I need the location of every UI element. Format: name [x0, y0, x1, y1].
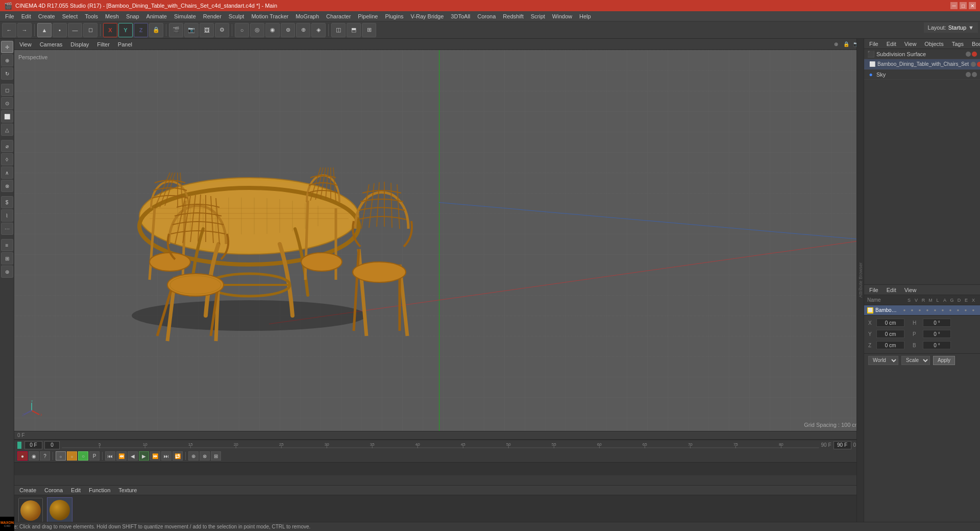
live-select-button[interactable]: ⊙	[1, 97, 13, 109]
spline-button[interactable]: ◉	[265, 23, 280, 37]
viewport-tab-filter[interactable]: Filter	[95, 40, 111, 49]
viewport-tab-cameras[interactable]: Cameras	[38, 40, 65, 49]
menu-file[interactable]: File	[2, 12, 17, 20]
obj-tab-file[interactable]: File	[867, 40, 880, 48]
menu-sculpt[interactable]: Sculpt	[226, 12, 248, 20]
attr-tab-view[interactable]: View	[902, 286, 919, 294]
viewport-expand-icon[interactable]: ⊕	[832, 40, 840, 49]
texture-tool-button[interactable]: ⊞	[1, 252, 13, 264]
attr-object-row[interactable]: ⬜ Bamboo_Dining_Table_with_Chairs_Set ● …	[864, 305, 980, 316]
render-region-button[interactable]: 🎬	[169, 23, 183, 37]
coord-p-input[interactable]	[923, 330, 951, 338]
attr-x-icon[interactable]: ●	[970, 308, 977, 312]
lock-button[interactable]: 🔒	[149, 23, 163, 37]
step-forward-button[interactable]: ⏩	[150, 451, 160, 461]
loop-button[interactable]: 🔁	[173, 451, 183, 461]
attr-r-icon[interactable]: ●	[916, 308, 923, 312]
attr-l-icon[interactable]: ●	[932, 308, 939, 312]
mat-tab-edit[interactable]: Edit	[69, 486, 83, 494]
coord-b-input[interactable]	[923, 341, 951, 349]
attr-browser-label[interactable]: Attribute Browser	[858, 262, 863, 298]
effector-button[interactable]: ◈	[311, 23, 326, 37]
mat-tab-function[interactable]: Function	[87, 486, 112, 494]
paint-tool-button[interactable]: $	[1, 196, 13, 208]
layer-tool-button[interactable]: ≡	[1, 239, 13, 251]
menu-snap[interactable]: Snap	[123, 12, 142, 20]
menu-motion-tracker[interactable]: Motion Tracker	[248, 12, 291, 20]
auto-keyframe-button[interactable]: ◉	[29, 451, 39, 461]
obj-tab-edit[interactable]: Edit	[885, 40, 898, 48]
coord-z-pos-input[interactable]	[876, 341, 904, 349]
attr-m-icon[interactable]: ●	[924, 308, 931, 312]
jump-end-button[interactable]: ⏭	[161, 451, 172, 461]
play-button[interactable]: ▶	[139, 451, 149, 461]
maximize-button[interactable]: □	[960, 2, 967, 9]
viewport-lock-icon[interactable]: 🔒	[842, 40, 850, 49]
coord-space-dropdown[interactable]: World Object Local	[868, 356, 898, 365]
menu-character[interactable]: Character	[323, 12, 354, 20]
sculpt-tool-button[interactable]: ◊	[1, 153, 13, 165]
select-mode-button[interactable]: ▲	[37, 23, 52, 37]
render-settings-button[interactable]: ⚙	[215, 23, 229, 37]
viewport-config-button[interactable]: ⊞	[362, 23, 376, 37]
brush-tool-button[interactable]: ⌀	[1, 140, 13, 152]
tl-extra-2[interactable]: ⊗	[200, 451, 210, 461]
add-keyframe-button[interactable]: ⬦	[56, 451, 66, 461]
obj-row-subdivision[interactable]: ⬛ Subdivision Surface	[864, 49, 980, 59]
nurbs-button[interactable]: ◎	[250, 23, 264, 37]
obj-row-bamboo-set[interactable]: ⬜ Bamboo_Dining_Table_with_Chairs_Set	[864, 59, 980, 69]
obj-row-sky[interactable]: ● Sky	[864, 69, 980, 80]
menu-help[interactable]: Help	[576, 12, 594, 20]
menu-create[interactable]: Create	[35, 12, 58, 20]
poly-select-button[interactable]: △	[1, 124, 13, 136]
display-mode-button[interactable]: ⬒	[347, 23, 361, 37]
knife-tool-button[interactable]: ∧	[1, 166, 13, 179]
apply-button[interactable]: Apply	[933, 356, 955, 365]
tl-extra-1[interactable]: ⊕	[188, 451, 199, 461]
menu-mograph[interactable]: MoGraph	[292, 12, 322, 20]
menu-redshift[interactable]: Redshift	[500, 12, 526, 20]
magnet-tool-button[interactable]: ⊗	[1, 180, 13, 192]
grab-tool-button[interactable]: ⋯	[1, 223, 13, 235]
record-button[interactable]: ●	[17, 451, 28, 461]
x-transform-button[interactable]: X	[103, 23, 117, 37]
menu-mesh[interactable]: Mesh	[102, 12, 122, 20]
attr-v-icon[interactable]: ●	[909, 308, 916, 312]
redo-button[interactable]: →	[17, 23, 32, 37]
z-transform-button[interactable]: Z	[134, 23, 148, 37]
y-transform-button[interactable]: Y	[118, 23, 133, 37]
scale-tool-button[interactable]: ⊕	[1, 54, 13, 66]
obj-tab-tags[interactable]: Tags	[950, 40, 966, 48]
menu-select[interactable]: Select	[59, 12, 81, 20]
end-frame-input[interactable]	[834, 441, 851, 449]
mat-tab-corona[interactable]: Corona	[42, 486, 65, 494]
frame-counter-input[interactable]	[44, 441, 60, 449]
edge-mode-button[interactable]: —	[68, 23, 82, 37]
mat-tab-create[interactable]: Create	[17, 486, 38, 494]
menu-pipeline[interactable]: Pipeline	[355, 12, 381, 20]
attr-tab-edit[interactable]: Edit	[885, 286, 898, 294]
coord-scale-dropdown[interactable]: Scale Size	[901, 356, 930, 365]
attr-tab-file[interactable]: File	[867, 286, 880, 294]
obj-tab-view[interactable]: View	[902, 40, 919, 48]
viewport-tab-view[interactable]: View	[17, 40, 34, 49]
mat-tab-texture[interactable]: Texture	[116, 486, 139, 494]
current-frame-input[interactable]	[24, 441, 42, 449]
point-mode-button[interactable]: •	[53, 23, 67, 37]
menu-script[interactable]: Script	[528, 12, 548, 20]
attr-d-icon[interactable]: ●	[954, 308, 962, 312]
menu-plugins[interactable]: Plugins	[382, 12, 406, 20]
rect-select-button[interactable]: ⬜	[1, 110, 13, 123]
viewport-3d[interactable]: Perspective	[14, 50, 864, 431]
attr-a-icon[interactable]: ●	[939, 308, 946, 312]
viewport-tab-panel[interactable]: Panel	[116, 40, 134, 49]
menu-window[interactable]: Window	[549, 12, 575, 20]
object-button[interactable]: ○	[235, 23, 249, 37]
coord-x-pos-input[interactable]	[876, 319, 904, 327]
attr-e-icon[interactable]: ●	[962, 308, 969, 312]
menu-render[interactable]: Render	[200, 12, 225, 20]
menu-edit[interactable]: Edit	[18, 12, 34, 20]
rotate-tool-button[interactable]: ↻	[1, 67, 13, 80]
play-reverse-button[interactable]: ◀	[128, 451, 138, 461]
coord-h-input[interactable]	[923, 319, 951, 327]
